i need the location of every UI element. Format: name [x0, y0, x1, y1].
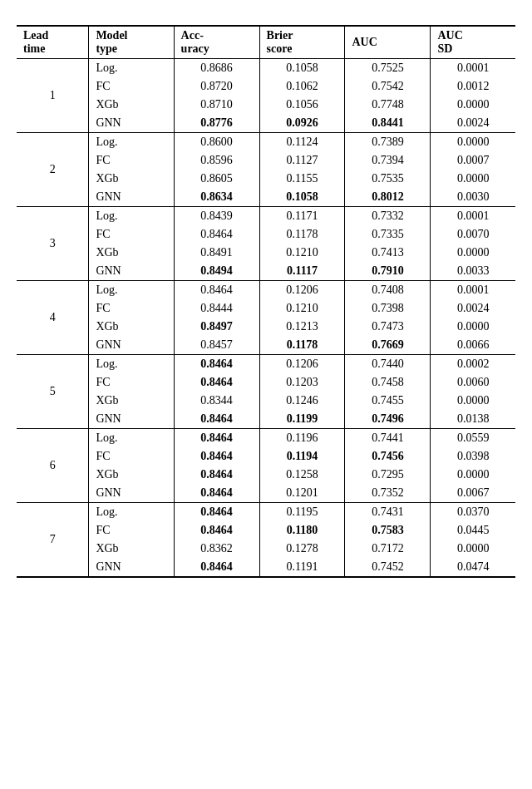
brier-cell: 0.1180 [259, 521, 345, 540]
auc-sd-cell: 0.0138 [431, 410, 515, 429]
table-row: XGb0.86050.11550.75350.0000 [17, 170, 515, 188]
table-row: 2Log.0.86000.11240.73890.0000 [17, 133, 515, 152]
table-row: 7Log.0.84640.11950.74310.0370 [17, 503, 515, 522]
brier-cell: 0.0926 [259, 114, 345, 133]
table-row: XGb0.83440.12460.74550.0000 [17, 392, 515, 410]
auc-sd-cell: 0.0000 [431, 466, 515, 484]
auc-cell: 0.7748 [345, 96, 431, 114]
accuracy-cell: 0.8464 [174, 373, 259, 392]
model-type-cell: Log. [89, 429, 174, 448]
brier-cell: 0.1194 [259, 447, 345, 466]
lead-time-cell: 2 [17, 133, 89, 207]
accuracy-cell: 0.8464 [174, 466, 259, 484]
accuracy-cell: 0.8497 [174, 318, 259, 336]
model-type-cell: Log. [89, 207, 174, 226]
model-type-cell: GNN [89, 188, 174, 207]
auc-cell: 0.7452 [345, 558, 431, 577]
auc-cell: 0.7352 [345, 484, 431, 503]
brier-cell: 0.1124 [259, 133, 345, 152]
table-row: XGb0.84970.12130.74730.0000 [17, 318, 515, 336]
model-type-cell: FC [89, 151, 174, 170]
table-row: FC0.84640.11940.74560.0398 [17, 447, 515, 466]
brier-cell: 0.1062 [259, 77, 345, 96]
auc-cell: 0.7455 [345, 392, 431, 410]
auc-sd-cell: 0.0012 [431, 77, 515, 96]
auc-cell: 0.7295 [345, 466, 431, 484]
auc-cell: 0.7525 [345, 59, 431, 78]
table-row: 4Log.0.84640.12060.74080.0001 [17, 281, 515, 300]
auc-cell: 0.7394 [345, 151, 431, 170]
accuracy-cell: 0.8710 [174, 96, 259, 114]
model-type-cell: Log. [89, 503, 174, 522]
model-type-cell: FC [89, 299, 174, 318]
auc-cell: 0.7542 [345, 77, 431, 96]
auc-sd-cell: 0.0000 [431, 244, 515, 262]
model-type-cell: GNN [89, 262, 174, 281]
table-row: 3Log.0.84390.11710.73320.0001 [17, 207, 515, 226]
lead-time-cell: 5 [17, 355, 89, 429]
table-row: GNN0.84640.11910.74520.0474 [17, 558, 515, 577]
accuracy-cell: 0.8686 [174, 59, 259, 78]
accuracy-cell: 0.8464 [174, 281, 259, 300]
auc-sd-cell: 0.0474 [431, 558, 515, 577]
auc-sd-cell: 0.0024 [431, 114, 515, 133]
accuracy-cell: 0.8720 [174, 77, 259, 96]
lead-time-cell: 3 [17, 207, 89, 281]
auc-sd-cell: 0.0000 [431, 170, 515, 188]
auc-sd-header: AUCSD [431, 26, 515, 59]
brier-cell: 0.1258 [259, 466, 345, 484]
model-type-header: Modeltype [89, 26, 174, 59]
accuracy-cell: 0.8464 [174, 521, 259, 540]
results-table: Leadtime Modeltype Acc-uracy Brierscore … [17, 25, 515, 578]
brier-cell: 0.1206 [259, 281, 345, 300]
auc-sd-cell: 0.0001 [431, 207, 515, 226]
table-row: 5Log.0.84640.12060.74400.0002 [17, 355, 515, 374]
brier-cell: 0.1191 [259, 558, 345, 577]
table-row: GNN0.87760.09260.84410.0024 [17, 114, 515, 133]
brier-cell: 0.1201 [259, 484, 345, 503]
auc-cell: 0.7398 [345, 299, 431, 318]
auc-cell: 0.7535 [345, 170, 431, 188]
model-type-cell: Log. [89, 59, 174, 78]
accuracy-cell: 0.8464 [174, 410, 259, 429]
brier-cell: 0.1171 [259, 207, 345, 226]
table-row: FC0.85960.11270.73940.0007 [17, 151, 515, 170]
auc-cell: 0.7172 [345, 540, 431, 558]
auc-cell: 0.7332 [345, 207, 431, 226]
auc-sd-cell: 0.0000 [431, 392, 515, 410]
lead-time-cell: 1 [17, 59, 89, 133]
auc-cell: 0.7441 [345, 429, 431, 448]
lead-time-cell: 7 [17, 503, 89, 578]
auc-cell: 0.7473 [345, 318, 431, 336]
auc-sd-cell: 0.0060 [431, 373, 515, 392]
accuracy-cell: 0.8457 [174, 336, 259, 355]
lead-time-cell: 4 [17, 281, 89, 355]
auc-cell: 0.7910 [345, 262, 431, 281]
table-row: XGb0.84910.12100.74130.0000 [17, 244, 515, 262]
auc-cell: 0.7496 [345, 410, 431, 429]
auc-sd-cell: 0.0398 [431, 447, 515, 466]
auc-sd-cell: 0.0002 [431, 355, 515, 374]
accuracy-cell: 0.8464 [174, 447, 259, 466]
auc-sd-cell: 0.0559 [431, 429, 515, 448]
auc-cell: 0.8012 [345, 188, 431, 207]
brier-cell: 0.1178 [259, 225, 345, 244]
table-row: FC0.87200.10620.75420.0012 [17, 77, 515, 96]
brier-cell: 0.1058 [259, 59, 345, 78]
auc-sd-cell: 0.0000 [431, 540, 515, 558]
model-type-cell: XGb [89, 540, 174, 558]
auc-cell: 0.7389 [345, 133, 431, 152]
brier-cell: 0.1178 [259, 336, 345, 355]
accuracy-cell: 0.8464 [174, 225, 259, 244]
table-row: 1Log.0.86860.10580.75250.0001 [17, 59, 515, 78]
auc-sd-cell: 0.0033 [431, 262, 515, 281]
model-type-cell: GNN [89, 558, 174, 577]
auc-sd-cell: 0.0067 [431, 484, 515, 503]
model-type-cell: XGb [89, 170, 174, 188]
auc-sd-cell: 0.0070 [431, 225, 515, 244]
accuracy-cell: 0.8596 [174, 151, 259, 170]
auc-cell: 0.7583 [345, 521, 431, 540]
accuracy-cell: 0.8464 [174, 503, 259, 522]
auc-sd-cell: 0.0001 [431, 281, 515, 300]
table-row: XGb0.87100.10560.77480.0000 [17, 96, 515, 114]
